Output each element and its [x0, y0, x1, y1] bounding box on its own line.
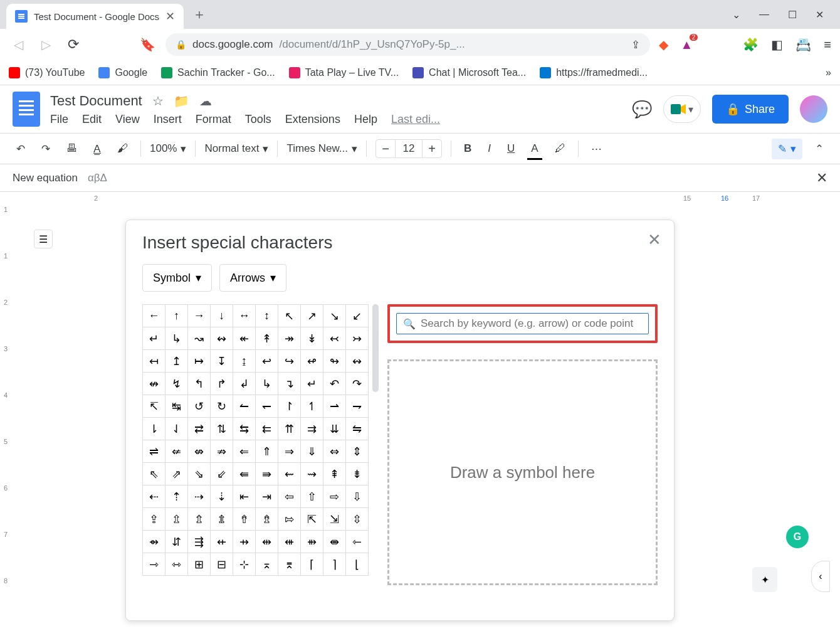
- address-bar[interactable]: 🔒 docs.google.com/document/d/1hP_y_UsnQ7…: [165, 33, 650, 56]
- character-cell[interactable]: ↷: [346, 373, 369, 395]
- character-cell[interactable]: ↼: [233, 395, 256, 418]
- close-tab-icon[interactable]: ✕: [165, 9, 175, 23]
- character-cell[interactable]: ↳: [256, 373, 278, 395]
- character-cell[interactable]: ↢: [323, 327, 346, 350]
- character-cell[interactable]: ⇋: [346, 418, 369, 440]
- category-dropdown[interactable]: Symbol▾: [142, 264, 212, 292]
- editing-mode-button[interactable]: ✎▾: [772, 139, 802, 159]
- more-toolbar-button[interactable]: ⋯: [587, 140, 606, 158]
- character-cell[interactable]: ⇙: [211, 463, 233, 485]
- zoom-select[interactable]: 100%▾: [150, 142, 186, 156]
- character-cell[interactable]: ⌊: [346, 553, 369, 576]
- character-cell[interactable]: ⇢: [188, 485, 211, 508]
- character-cell[interactable]: ↨: [233, 350, 256, 373]
- character-cell[interactable]: ⇸: [233, 531, 256, 553]
- character-cell[interactable]: ⇍: [165, 440, 188, 463]
- bookmark-item[interactable]: Chat | Microsoft Tea...: [412, 67, 526, 78]
- character-cell[interactable]: ⊟: [211, 553, 233, 576]
- character-cell[interactable]: ⇰: [278, 508, 301, 531]
- character-cell[interactable]: ⇤: [233, 485, 256, 508]
- character-cell[interactable]: ⇝: [301, 463, 323, 485]
- character-cell[interactable]: ⇓: [301, 440, 323, 463]
- character-cell[interactable]: ↑: [165, 305, 188, 327]
- menu-tools[interactable]: Tools: [245, 113, 271, 126]
- document-outline-button[interactable]: ☰: [34, 230, 53, 248]
- text-color-button[interactable]: A: [527, 140, 542, 157]
- character-cell[interactable]: ⇕: [346, 440, 369, 463]
- active-tab[interactable]: Test Document - Google Docs ✕: [6, 4, 184, 29]
- character-cell[interactable]: ↤: [143, 350, 165, 373]
- character-cell[interactable]: ↭: [211, 327, 233, 350]
- character-cell[interactable]: ⇼: [323, 531, 346, 553]
- character-cell[interactable]: ⇥: [256, 485, 278, 508]
- character-cell[interactable]: ⇒: [278, 440, 301, 463]
- bookmark-page-icon[interactable]: 🔖: [138, 37, 157, 52]
- character-cell[interactable]: ⇚: [233, 463, 256, 485]
- character-cell[interactable]: ⇡: [165, 485, 188, 508]
- cloud-status-icon[interactable]: ☁: [199, 93, 212, 109]
- comments-icon[interactable]: 💬: [632, 100, 652, 119]
- character-cell[interactable]: ⇗: [165, 463, 188, 485]
- character-cell[interactable]: ↗: [301, 305, 323, 327]
- character-cell[interactable]: ⇁: [346, 395, 369, 418]
- character-cell[interactable]: ↦: [188, 350, 211, 373]
- character-cell[interactable]: ↰: [188, 373, 211, 395]
- character-cell[interactable]: ↾: [278, 395, 301, 418]
- menu-edit[interactable]: Edit: [82, 113, 102, 126]
- character-cell[interactable]: ⇘: [188, 463, 211, 485]
- spellcheck-button[interactable]: A̲: [90, 140, 105, 158]
- last-edit-link[interactable]: Last edi...: [391, 113, 440, 126]
- character-cell[interactable]: ⌆: [278, 553, 301, 576]
- character-cell[interactable]: ⇞: [323, 463, 346, 485]
- bookmark-item[interactable]: Tata Play – Live TV...: [289, 67, 399, 78]
- character-cell[interactable]: ↝: [188, 327, 211, 350]
- character-cell[interactable]: ⇩: [346, 485, 369, 508]
- character-cell[interactable]: ⇟: [346, 463, 369, 485]
- character-cell[interactable]: ⇌: [143, 440, 165, 463]
- paragraph-style-select[interactable]: Normal text▾: [204, 142, 268, 156]
- character-cell[interactable]: ⇎: [188, 440, 211, 463]
- account-avatar[interactable]: [800, 95, 827, 123]
- character-cell[interactable]: ⊹: [233, 553, 256, 576]
- character-cell[interactable]: ⇉: [301, 418, 323, 440]
- grid-scrollbar[interactable]: [372, 304, 379, 392]
- bookmark-item[interactable]: Google: [98, 67, 147, 78]
- share-button[interactable]: 🔒 Share: [712, 95, 789, 124]
- greek-letters-button[interactable]: αβΔ: [88, 172, 107, 184]
- character-cell[interactable]: ⇀: [323, 395, 346, 418]
- character-cell[interactable]: ⇣: [211, 485, 233, 508]
- character-cell[interactable]: ⇧: [301, 485, 323, 508]
- character-cell[interactable]: ⇲: [323, 508, 346, 531]
- character-cell[interactable]: ⇻: [301, 531, 323, 553]
- extensions-icon[interactable]: 🧩: [743, 37, 759, 52]
- font-family-select[interactable]: Times New...▾: [286, 142, 357, 156]
- character-cell[interactable]: ⇪: [143, 508, 165, 531]
- paint-format-button[interactable]: 🖌: [113, 140, 132, 157]
- character-cell[interactable]: ↩: [256, 350, 278, 373]
- share-url-icon[interactable]: ⇪: [631, 38, 640, 51]
- character-cell[interactable]: ⇯: [256, 508, 278, 531]
- character-cell[interactable]: ⇳: [346, 508, 369, 531]
- character-cell[interactable]: ↪: [278, 350, 301, 373]
- character-cell[interactable]: ↱: [211, 373, 233, 395]
- character-cell[interactable]: ↹: [165, 395, 188, 418]
- character-cell[interactable]: ⌅: [256, 553, 278, 576]
- bookmark-item[interactable]: Sachin Tracker - Go...: [161, 67, 275, 78]
- character-cell[interactable]: ⇃: [165, 418, 188, 440]
- wallet-icon[interactable]: 📇: [795, 37, 811, 52]
- character-cell[interactable]: ↳: [165, 327, 188, 350]
- character-cell[interactable]: ↓: [211, 305, 233, 327]
- new-tab-button[interactable]: ＋: [192, 5, 206, 24]
- collapse-toolbar-button[interactable]: ⌃: [811, 140, 827, 158]
- character-cell[interactable]: ↕: [256, 305, 278, 327]
- underline-button[interactable]: U: [503, 140, 518, 157]
- character-cell[interactable]: ↠: [278, 327, 301, 350]
- brave-shield-icon[interactable]: ◆: [659, 37, 668, 52]
- character-cell[interactable]: ⇏: [211, 440, 233, 463]
- highlight-button[interactable]: 🖊: [551, 140, 569, 157]
- grammarly-icon[interactable]: G: [786, 526, 809, 548]
- character-cell[interactable]: ⇅: [211, 418, 233, 440]
- character-cell[interactable]: ⇜: [278, 463, 301, 485]
- document-title[interactable]: Test Document: [50, 93, 142, 109]
- chevron-down-icon[interactable]: ⌄: [732, 9, 740, 21]
